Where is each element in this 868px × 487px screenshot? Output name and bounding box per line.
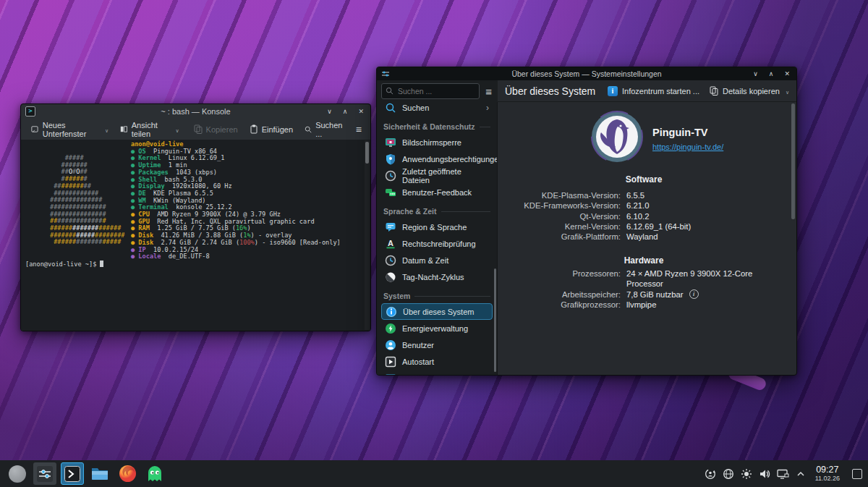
paste-label: Einfügen [262,125,293,134]
infocenter-icon: i [608,86,618,96]
chevron-down-icon: ∨ [786,90,789,96]
sidebar-scrollbar[interactable] [494,268,496,372]
hamburger-menu-icon[interactable]: ≡ [484,85,493,98]
maximize-icon[interactable]: ∧ [343,108,348,115]
terminal-scrollbar[interactable] [365,140,370,330]
sidebar-item-energieverwaltung[interactable]: Energieverwaltung [381,320,493,336]
sidebar-item-label: Rechtschreibprüfung [402,240,476,248]
info-label: Qt-Version: [498,211,621,221]
infocenter-button[interactable]: i Infozentrum starten ... [608,86,699,96]
show-desktop-button[interactable] [852,469,862,479]
fastfetch-info: anon@void-live● OS Pinguin-TV x86_64● Ke… [131,141,341,261]
sidebar-item-tag-nacht-zyklus[interactable]: Tag-Nacht-Zyklus [381,268,493,285]
sidebar-item-region-sprache[interactable]: Region & Sprache [381,219,493,235]
konsole-window: > ~ : bash — Konsole ∨ ∧ ✕ Neues Unterfe… [20,103,371,331]
info-icon [386,306,397,318]
sidebar-item-label: Suchen [402,103,429,112]
info-label: KDE-Frameworks-Version: [498,200,621,211]
user-icon [385,339,396,351]
new-tab-button[interactable]: Neues Unterfenster∨ [27,119,113,140]
infocenter-label: Infozentrum starten ... [622,87,699,96]
paste-icon [250,124,258,134]
clock-date: 11.02.26 [815,475,840,482]
energy-icon [385,323,396,334]
digital-clock[interactable]: 09:27 11.02.26 [815,465,840,483]
search-input[interactable] [382,84,479,98]
taskbar-system-settings-button[interactable] [33,462,56,485]
content-scrollbar[interactable] [791,103,795,219]
terminal-area[interactable]: ##### ####### ##O#O## ####### ##########… [21,140,370,331]
sidebar-item-anwendungsberechtigungen[interactable]: Anwendungsberechtigungen› [381,151,493,167]
launcher-icon [9,465,26,483]
sidebar-item-sitzung[interactable]: Sitzung› [381,370,493,375]
konsole-window-title: ~ : bash — Konsole [21,107,370,116]
settings-content: Pinguin-TV https://pinguin-tv.de/ Softwa… [498,102,796,375]
close-icon[interactable]: ✕ [784,70,790,77]
sidebar-item-label: Benutzer [402,341,434,350]
sidebar-item-über-dieses-system[interactable]: Über dieses System [381,303,493,320]
user-switch-icon[interactable] [705,468,716,480]
chevron-right-icon: › [486,373,489,376]
sidebar-item-label: Autostart [402,357,434,366]
taskbar-konsole-button[interactable] [61,462,84,485]
taskbar-firefox-button[interactable] [116,462,139,485]
sidebar-item-benutzer-feedback[interactable]: Benutzer-Feedback [381,184,493,200]
clock-icon [385,170,396,182]
sidebar-item-bildschirmsperre[interactable]: Bildschirmsperre [381,134,493,151]
chevron-right-icon: › [486,103,489,113]
sidebar-item-zuletzt-geöffnete-dateien[interactable]: Zuletzt geöffnete Dateien [381,167,493,184]
svg-text:A: A [388,239,393,247]
copy-icon [194,124,203,134]
systemsettings-window: Über dieses System — Systemeinstellungen… [376,67,797,376]
spellcheck-icon: A [385,238,396,250]
sidebar-section-header: Sprache & Zeit [381,204,493,219]
konsole-titlebar[interactable]: > ~ : bash — Konsole ∨ ∧ ✕ [21,104,370,119]
split-view-label: Ansicht teilen [132,121,171,138]
close-icon[interactable]: ✕ [358,108,364,115]
sidebar-item-label: Tag-Nacht-Zyklus [402,273,464,281]
taskbar-dolphin-button[interactable] [88,462,111,485]
autostart-icon [385,356,396,368]
sidebar-item-label: Benutzer-Feedback [402,188,472,197]
brightness-icon[interactable] [741,468,752,480]
distro-url-link[interactable]: https://pinguin-tv.de/ [652,143,723,151]
clock-icon [385,255,396,266]
new-tab-icon [31,124,39,134]
display-connect-icon[interactable] [777,468,789,480]
scrollbar-thumb[interactable] [365,142,369,164]
sidebar-item-benutzer[interactable]: Benutzer [381,336,493,353]
info-value: llvmpipe [626,300,790,310]
split-view-button[interactable]: Ansicht teilen∨ [116,119,184,140]
dolphin-icon [90,465,109,483]
screen-lock-icon [385,137,396,148]
chevron-down-icon: ∨ [105,128,109,134]
info-tooltip-icon[interactable]: i [689,289,699,299]
sidebar-item-datum-zeit[interactable]: Datum & Zeit [381,252,493,268]
volume-icon[interactable] [759,468,770,480]
sidebar-item-rechtschreibprüfung[interactable]: ARechtschreibprüfung [381,235,493,252]
sidebar-item-autostart[interactable]: Autostart [381,353,493,370]
fastfetch-line: ● Locale de_DE.UTF-8 [131,253,341,261]
search-button[interactable]: Suchen ... [300,119,350,140]
system-tray: 09:27 11.02.26 [705,465,862,483]
taskbar-ghost-app-button[interactable] [143,462,166,485]
copy-button[interactable]: Kopieren [190,122,242,136]
taskbar: 09:27 11.02.26 [0,460,868,487]
settings-titlebar[interactable]: Über dieses System — Systemeinstellungen… [377,67,796,80]
daynight-icon [385,271,396,283]
paste-button[interactable]: Einfügen [245,122,297,136]
konsole-app-icon: > [25,106,35,117]
sidebar-item-suchen[interactable]: Suchen› [381,102,493,116]
chevron-down-icon: ∨ [175,128,179,134]
maximize-icon[interactable]: ∧ [769,70,774,77]
settings-search-field[interactable] [381,83,480,99]
taskbar-launcher-button[interactable] [6,462,29,485]
expand-chevron-icon[interactable] [796,469,806,479]
minimize-icon[interactable]: ∨ [753,70,758,77]
network-globe-icon[interactable] [723,468,734,480]
sidebar-item-label: Datum & Zeit [402,256,448,265]
hamburger-menu-icon[interactable]: ≡ [353,124,365,135]
copy-details-button[interactable]: Details kopieren ∨ [710,86,789,96]
minimize-icon[interactable]: ∨ [327,108,332,115]
sidebar-item-label: Region & Sprache [402,223,467,232]
